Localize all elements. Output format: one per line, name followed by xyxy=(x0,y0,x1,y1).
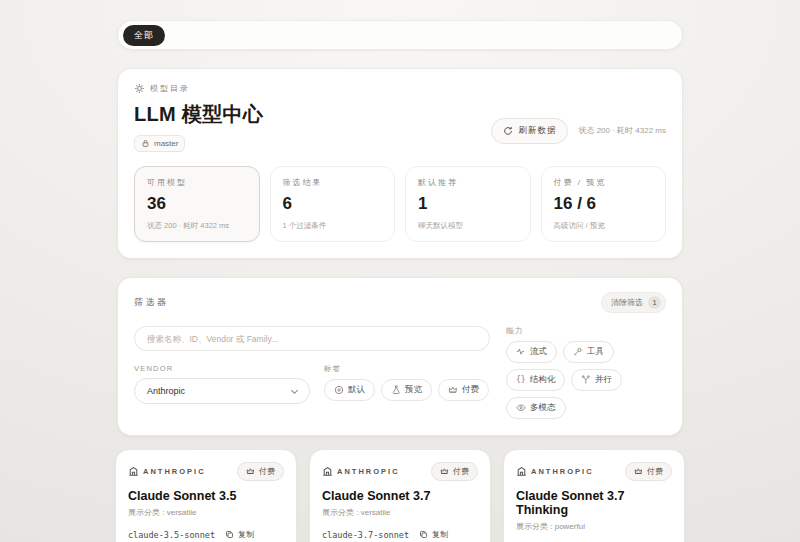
search-input[interactable] xyxy=(134,326,490,351)
stat-label: 默认推荐 xyxy=(418,177,518,188)
stat-sub: 聊天默认模型 xyxy=(418,221,518,231)
vendor-label: VENDOR xyxy=(134,364,310,373)
crown-icon xyxy=(246,467,255,476)
capabilities-label: 能力 xyxy=(506,326,666,336)
vendor-block: VENDOR Anthropic xyxy=(134,364,310,404)
capabilities-block: 能力 流式 工具 {} 结构化 xyxy=(506,326,666,419)
wave-icon xyxy=(516,347,526,357)
status-text: 状态 200 · 耗时 4322 ms xyxy=(578,125,666,136)
vendor-select[interactable]: Anthropic xyxy=(134,378,310,404)
vendor-row: ANTHROPIC xyxy=(322,466,400,477)
model-card-claude-sonnet-3-7[interactable]: ANTHROPIC 付费 Claude Sonnet 3.7 展示分类 : ve… xyxy=(309,449,491,542)
capability-chip-parallel[interactable]: 并行 xyxy=(571,369,622,391)
tag-chip-paid[interactable]: 付费 xyxy=(438,379,489,401)
eye-icon xyxy=(516,403,526,413)
capability-chip-label: 结构化 xyxy=(530,374,556,386)
tag-chip-preview[interactable]: 预览 xyxy=(381,379,432,401)
vendor-name: ANTHROPIC xyxy=(531,467,594,476)
stat-default-recommend: 默认推荐 1 聊天默认模型 xyxy=(405,166,531,242)
model-card-claude-sonnet-3-7-thinking[interactable]: ANTHROPIC 付费 Claude Sonnet 3.7 Thinking … xyxy=(503,449,685,542)
stat-value: 6 xyxy=(283,194,383,214)
stat-sub: 高级访问 / 预览 xyxy=(554,221,654,231)
model-category: 展示分类 : versatile xyxy=(128,507,284,518)
vendor-row: ANTHROPIC xyxy=(516,466,594,477)
chevron-down-icon xyxy=(290,387,299,396)
header-right: 刷新数据 状态 200 · 耗时 4322 ms xyxy=(491,118,666,144)
vendor-name: ANTHROPIC xyxy=(337,467,400,476)
category-label: 展示分类 : xyxy=(128,508,164,517)
refresh-data-button[interactable]: 刷新数据 xyxy=(491,118,568,144)
copy-label: 复制 xyxy=(238,529,254,540)
flask-icon xyxy=(391,385,401,395)
capability-chip-label: 流式 xyxy=(530,346,547,358)
stats-row: 可用模型 36 状态 200 · 耗时 4322 ms 筛选结果 6 1 个过滤… xyxy=(134,166,666,242)
category-label: 展示分类 : xyxy=(516,522,552,531)
copy-icon xyxy=(225,530,234,539)
target-icon xyxy=(334,385,344,395)
refresh-icon xyxy=(503,126,513,136)
stat-sub: 状态 200 · 耗时 4322 ms xyxy=(147,221,247,231)
model-cards-grid: ANTHROPIC 付费 Claude Sonnet 3.5 展示分类 : ve… xyxy=(115,449,685,542)
building-icon xyxy=(516,466,527,477)
stat-value: 16 / 6 xyxy=(554,194,654,214)
tag-chip-label: 付费 xyxy=(462,384,479,396)
model-title: Claude Sonnet 3.7 xyxy=(322,489,478,503)
capability-chip-structured[interactable]: {} 结构化 xyxy=(506,369,565,391)
tab-all[interactable]: 全部 xyxy=(123,25,165,46)
model-id: claude-3.7-sonnet xyxy=(322,530,409,540)
tag-chip-label: 预览 xyxy=(405,384,422,396)
capability-chip-multimodal[interactable]: 多模态 xyxy=(506,397,566,419)
stat-label: 筛选结果 xyxy=(283,177,383,188)
braces-icon: {} xyxy=(516,376,526,384)
model-category: 展示分类 : powerful xyxy=(516,521,672,532)
category-label: 展示分类 : xyxy=(322,508,358,517)
page-title: LLM 模型中心 xyxy=(134,101,263,128)
top-filter-bar: 全部 xyxy=(117,20,683,50)
vendor-select-value: Anthropic xyxy=(147,386,185,396)
branch-label: master xyxy=(154,139,178,148)
header-left: 模型目录 LLM 模型中心 master xyxy=(134,83,263,152)
clear-filters-label: 清除筛选 xyxy=(611,297,643,308)
header-panel: 模型目录 LLM 模型中心 master 刷新数据 状态 200 · 耗时 43… xyxy=(117,68,683,259)
branch-badge: master xyxy=(134,135,185,152)
vendor-row: ANTHROPIC xyxy=(128,466,206,477)
capability-chip-tools[interactable]: 工具 xyxy=(563,341,614,363)
copy-label: 复制 xyxy=(432,529,448,540)
stat-paid-preview: 付费 / 预览 16 / 6 高级访问 / 预览 xyxy=(541,166,667,242)
category-value: powerful xyxy=(555,522,585,531)
stat-filter-results: 筛选结果 6 1 个过滤条件 xyxy=(270,166,396,242)
model-id: claude-3.5-sonnet xyxy=(128,530,215,540)
stat-value: 1 xyxy=(418,194,518,214)
vendor-name: ANTHROPIC xyxy=(143,467,206,476)
clear-filters-count-badge: 1 xyxy=(648,296,661,309)
stat-label: 付费 / 预览 xyxy=(554,177,654,188)
stat-label: 可用模型 xyxy=(147,177,247,188)
model-category: 展示分类 : versatile xyxy=(322,507,478,518)
clear-filters-button[interactable]: 清除筛选 1 xyxy=(601,292,666,313)
paid-badge: 付费 xyxy=(431,462,478,481)
paid-badge: 付费 xyxy=(237,462,284,481)
tag-chip-default[interactable]: 默认 xyxy=(324,379,375,401)
stat-sub: 1 个过滤条件 xyxy=(283,221,383,231)
branch-icon xyxy=(581,375,591,385)
tags-block: 标签 默认 预览 付费 xyxy=(324,364,489,404)
building-icon xyxy=(322,466,333,477)
building-icon xyxy=(128,466,139,477)
crown-icon xyxy=(634,467,643,476)
capability-chip-label: 工具 xyxy=(587,346,604,358)
tag-chip-label: 默认 xyxy=(348,384,365,396)
stat-value: 36 xyxy=(147,194,247,214)
copy-model-id-button[interactable]: 复制 xyxy=(419,529,448,540)
paid-badge-label: 付费 xyxy=(647,466,663,477)
category-value: versatile xyxy=(361,508,391,517)
stat-available-models: 可用模型 36 状态 200 · 耗时 4322 ms xyxy=(134,166,260,242)
model-card-claude-sonnet-3-5[interactable]: ANTHROPIC 付费 Claude Sonnet 3.5 展示分类 : ve… xyxy=(115,449,297,542)
crown-icon xyxy=(440,467,449,476)
model-title: Claude Sonnet 3.5 xyxy=(128,489,284,503)
capability-chip-label: 并行 xyxy=(595,374,612,386)
capability-chip-streaming[interactable]: 流式 xyxy=(506,341,557,363)
page-root: 全部 模型目录 LLM 模型中心 master 刷新数据 状态 xyxy=(117,0,683,542)
copy-model-id-button[interactable]: 复制 xyxy=(225,529,254,540)
filter-left-column: VENDOR Anthropic 标签 默认 xyxy=(134,326,490,419)
paid-badge-label: 付费 xyxy=(259,466,275,477)
